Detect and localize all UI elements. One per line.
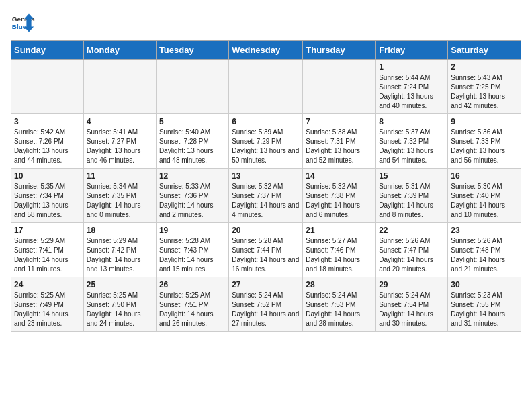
day-info: Sunrise: 5:38 AM Sunset: 7:31 PM Dayligh…: [306, 128, 373, 165]
day-info: Sunrise: 5:28 AM Sunset: 7:44 PM Dayligh…: [232, 236, 300, 274]
day-info: Sunrise: 5:40 AM Sunset: 7:28 PM Dayligh…: [159, 128, 226, 165]
day-info: Sunrise: 5:36 AM Sunset: 7:33 PM Dayligh…: [451, 128, 518, 165]
calendar-cell: 18Sunrise: 5:29 AM Sunset: 7:42 PM Dayli…: [83, 223, 156, 277]
column-header-thursday: Thursday: [303, 41, 376, 60]
day-number: 17: [14, 226, 81, 235]
day-number: 6: [232, 117, 300, 126]
day-number: 7: [306, 117, 373, 126]
calendar-cell: 16Sunrise: 5:30 AM Sunset: 7:40 PM Dayli…: [448, 169, 521, 223]
day-number: 16: [451, 171, 518, 181]
calendar-cell: [83, 60, 156, 114]
day-number: 8: [379, 117, 445, 126]
calendar-cell: 17Sunrise: 5:29 AM Sunset: 7:41 PM Dayli…: [11, 223, 84, 277]
day-info: Sunrise: 5:23 AM Sunset: 7:55 PM Dayligh…: [451, 291, 518, 328]
calendar-cell: 21Sunrise: 5:27 AM Sunset: 7:46 PM Dayli…: [303, 223, 376, 277]
day-number: 20: [232, 226, 300, 235]
calendar-cell: [11, 60, 84, 114]
column-header-sunday: Sunday: [11, 41, 84, 60]
calendar-cell: 28Sunrise: 5:24 AM Sunset: 7:53 PM Dayli…: [303, 277, 376, 332]
day-info: Sunrise: 5:32 AM Sunset: 7:38 PM Dayligh…: [306, 182, 373, 220]
calendar-cell: 6Sunrise: 5:39 AM Sunset: 7:29 PM Daylig…: [229, 114, 303, 169]
day-number: 15: [379, 171, 445, 181]
column-header-saturday: Saturday: [448, 41, 521, 60]
calendar-cell: 24Sunrise: 5:25 AM Sunset: 7:49 PM Dayli…: [11, 277, 84, 332]
day-info: Sunrise: 5:32 AM Sunset: 7:37 PM Dayligh…: [232, 182, 300, 220]
day-number: 4: [87, 117, 153, 126]
day-number: 24: [14, 280, 81, 289]
calendar-table: SundayMondayTuesdayWednesdayThursdayFrid…: [11, 40, 521, 332]
column-header-tuesday: Tuesday: [156, 41, 228, 60]
day-info: Sunrise: 5:27 AM Sunset: 7:46 PM Dayligh…: [306, 236, 373, 274]
svg-text:General: General: [12, 15, 35, 23]
day-info: Sunrise: 5:25 AM Sunset: 7:49 PM Dayligh…: [14, 291, 81, 328]
calendar-cell: 25Sunrise: 5:25 AM Sunset: 7:50 PM Dayli…: [83, 277, 156, 332]
day-info: Sunrise: 5:39 AM Sunset: 7:29 PM Dayligh…: [232, 128, 300, 165]
day-info: Sunrise: 5:24 AM Sunset: 7:54 PM Dayligh…: [379, 291, 445, 328]
day-info: Sunrise: 5:43 AM Sunset: 7:25 PM Dayligh…: [451, 73, 518, 111]
day-number: 26: [159, 280, 226, 289]
calendar-cell: 2Sunrise: 5:43 AM Sunset: 7:25 PM Daylig…: [448, 60, 521, 114]
day-info: Sunrise: 5:37 AM Sunset: 7:32 PM Dayligh…: [379, 128, 445, 165]
day-number: 18: [87, 226, 153, 235]
column-header-monday: Monday: [83, 41, 156, 60]
day-number: 22: [379, 226, 445, 235]
calendar-cell: 11Sunrise: 5:34 AM Sunset: 7:35 PM Dayli…: [83, 169, 156, 223]
day-number: 5: [159, 117, 226, 126]
calendar-cell: 26Sunrise: 5:25 AM Sunset: 7:51 PM Dayli…: [156, 277, 228, 332]
day-info: Sunrise: 5:31 AM Sunset: 7:39 PM Dayligh…: [379, 182, 445, 220]
calendar-cell: 5Sunrise: 5:40 AM Sunset: 7:28 PM Daylig…: [156, 114, 228, 169]
calendar-cell: 19Sunrise: 5:28 AM Sunset: 7:43 PM Dayli…: [156, 223, 228, 277]
calendar-cell: 3Sunrise: 5:42 AM Sunset: 7:26 PM Daylig…: [11, 114, 84, 169]
day-info: Sunrise: 5:29 AM Sunset: 7:41 PM Dayligh…: [14, 236, 81, 274]
calendar-cell: [229, 60, 303, 114]
column-header-wednesday: Wednesday: [229, 41, 303, 60]
calendar-cell: 14Sunrise: 5:32 AM Sunset: 7:38 PM Dayli…: [303, 169, 376, 223]
day-number: 9: [451, 117, 518, 126]
calendar-cell: 7Sunrise: 5:38 AM Sunset: 7:31 PM Daylig…: [303, 114, 376, 169]
calendar-cell: [156, 60, 228, 114]
day-info: Sunrise: 5:34 AM Sunset: 7:35 PM Dayligh…: [87, 182, 153, 220]
logo-icon: General Blue: [11, 11, 35, 35]
calendar-cell: [303, 60, 376, 114]
calendar-cell: 23Sunrise: 5:26 AM Sunset: 7:48 PM Dayli…: [448, 223, 521, 277]
day-info: Sunrise: 5:24 AM Sunset: 7:53 PM Dayligh…: [306, 291, 373, 328]
day-number: 11: [87, 171, 153, 181]
day-number: 29: [379, 280, 445, 289]
day-number: 3: [14, 117, 81, 126]
day-number: 27: [232, 280, 300, 289]
day-number: 25: [87, 280, 153, 289]
day-number: 13: [232, 171, 300, 181]
day-number: 19: [159, 226, 226, 235]
day-number: 12: [159, 171, 226, 181]
day-info: Sunrise: 5:25 AM Sunset: 7:50 PM Dayligh…: [87, 291, 153, 328]
day-number: 10: [14, 171, 81, 181]
day-number: 28: [306, 280, 373, 289]
calendar-cell: 10Sunrise: 5:35 AM Sunset: 7:34 PM Dayli…: [11, 169, 84, 223]
calendar-cell: 27Sunrise: 5:24 AM Sunset: 7:52 PM Dayli…: [229, 277, 303, 332]
calendar-cell: 13Sunrise: 5:32 AM Sunset: 7:37 PM Dayli…: [229, 169, 303, 223]
day-info: Sunrise: 5:26 AM Sunset: 7:48 PM Dayligh…: [451, 236, 518, 274]
day-info: Sunrise: 5:44 AM Sunset: 7:24 PM Dayligh…: [379, 73, 445, 111]
day-number: 1: [379, 62, 445, 72]
day-info: Sunrise: 5:26 AM Sunset: 7:47 PM Dayligh…: [379, 236, 445, 274]
logo: General Blue: [11, 11, 35, 35]
day-info: Sunrise: 5:24 AM Sunset: 7:52 PM Dayligh…: [232, 291, 300, 328]
calendar-cell: 9Sunrise: 5:36 AM Sunset: 7:33 PM Daylig…: [448, 114, 521, 169]
calendar-cell: 12Sunrise: 5:33 AM Sunset: 7:36 PM Dayli…: [156, 169, 228, 223]
day-number: 14: [306, 171, 373, 181]
day-number: 21: [306, 226, 373, 235]
column-header-friday: Friday: [376, 41, 448, 60]
day-number: 23: [451, 226, 518, 235]
day-info: Sunrise: 5:30 AM Sunset: 7:40 PM Dayligh…: [451, 182, 518, 220]
day-info: Sunrise: 5:42 AM Sunset: 7:26 PM Dayligh…: [14, 128, 81, 165]
day-info: Sunrise: 5:35 AM Sunset: 7:34 PM Dayligh…: [14, 182, 81, 220]
calendar-cell: 15Sunrise: 5:31 AM Sunset: 7:39 PM Dayli…: [376, 169, 448, 223]
day-number: 2: [451, 62, 518, 72]
calendar-cell: 22Sunrise: 5:26 AM Sunset: 7:47 PM Dayli…: [376, 223, 448, 277]
calendar-cell: 29Sunrise: 5:24 AM Sunset: 7:54 PM Dayli…: [376, 277, 448, 332]
day-info: Sunrise: 5:25 AM Sunset: 7:51 PM Dayligh…: [159, 291, 226, 328]
day-info: Sunrise: 5:29 AM Sunset: 7:42 PM Dayligh…: [87, 236, 153, 274]
calendar-cell: 30Sunrise: 5:23 AM Sunset: 7:55 PM Dayli…: [448, 277, 521, 332]
calendar-cell: 1Sunrise: 5:44 AM Sunset: 7:24 PM Daylig…: [376, 60, 448, 114]
calendar-cell: 4Sunrise: 5:41 AM Sunset: 7:27 PM Daylig…: [83, 114, 156, 169]
